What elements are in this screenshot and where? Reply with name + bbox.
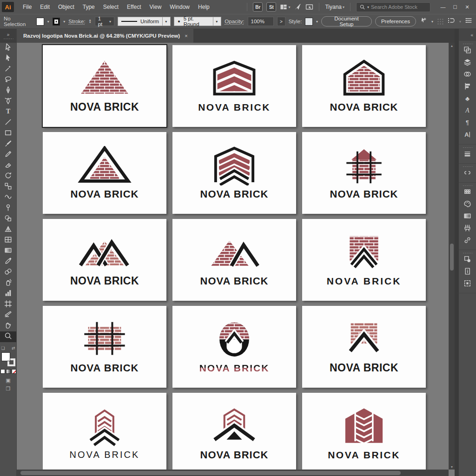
fill-color-swatch[interactable] [36,18,44,26]
artboard-5[interactable]: NOVA BRICK [172,132,296,214]
eyedropper-tool[interactable] [0,257,16,267]
panel-grip[interactable] [3,38,13,40]
canvas[interactable]: NOVA BRICKNOVA BRICKNOVA BRICKNOVA BRICK… [17,43,455,476]
draw-mode-button[interactable]: ▣ [6,377,10,386]
artboard-4[interactable]: NOVA BRICK [43,132,166,214]
artboards-panel-button[interactable] [459,81,476,93]
artboard-3[interactable]: NOVA BRICK [302,45,426,127]
artboard-10[interactable]: NOVA BRICK [43,306,166,388]
perspective-grid-tool[interactable] [0,225,16,235]
close-tab-icon[interactable]: × [185,33,187,39]
free-transform-tool[interactable] [0,203,16,214]
share-screen-button[interactable] [305,3,313,11]
opacity-expand-button[interactable]: > [277,17,285,26]
panel-list-icon[interactable] [465,17,472,26]
dock-options-icon[interactable] [447,17,455,26]
pathfinder-button[interactable] [459,45,476,57]
artboard-14[interactable]: NOVA BRICK [172,393,296,475]
color-panel-button[interactable] [459,198,476,211]
magic-wand-tool[interactable] [0,64,16,75]
stroke-panel-button[interactable] [459,148,476,160]
menu-file[interactable]: File [19,0,36,14]
horizontal-scroll-thumb[interactable] [20,471,401,475]
brushes-panel-button[interactable] [459,223,476,235]
vertical-scroll-thumb[interactable] [450,244,454,271]
default-colors-icon[interactable]: ❏ [1,346,5,350]
gradient-mode-button[interactable] [6,369,11,374]
swap-colors-icon[interactable]: ⇄ [12,346,15,350]
chevron-down-icon[interactable]: ▾ [459,20,461,24]
bridge-button[interactable]: Br [253,2,263,12]
character-panel-button[interactable]: A [459,129,476,141]
arrange-documents-icon[interactable] [437,18,443,25]
artboard-1[interactable]: NOVA BRICK [43,45,166,127]
type-tool[interactable]: T [0,107,16,118]
menu-help[interactable]: Help [194,0,214,14]
artboard-8[interactable]: NOVA BRICK [172,219,296,301]
brush-definition-dropdown[interactable]: ● 5 pt. Round ▾ [174,17,221,26]
blend-tool[interactable] [0,267,16,278]
close-button[interactable]: ✕ [461,2,473,12]
opacity-field[interactable]: 100% [248,17,274,26]
transform-panel-button[interactable] [459,278,476,290]
artboard-9[interactable]: NOVA BRICK [302,219,426,301]
glyphs-panel-button[interactable]: A [459,105,476,117]
menu-select[interactable]: Select [99,0,123,14]
artboard-6[interactable]: NOVA BRICK [302,132,426,214]
menu-effect[interactable]: Effect [123,0,145,14]
artboard-tool[interactable] [0,299,16,310]
dock-header[interactable]: « [459,29,476,41]
opacity-label[interactable]: Opacity: [225,19,244,24]
share-button[interactable] [294,3,302,11]
stroke-color-swatch[interactable] [53,18,60,26]
expand-panels-icon[interactable]: « [470,33,473,38]
color-mode-button[interactable] [0,369,5,374]
paintbrush-tool[interactable] [0,139,16,150]
chevron-down-icon[interactable]: ▾ [47,20,49,24]
menu-view[interactable]: View [145,0,166,14]
stock-button[interactable]: St [266,2,276,12]
rotate-tool[interactable] [0,171,16,182]
line-segment-tool[interactable] [0,118,16,128]
menu-edit[interactable]: Edit [36,0,54,14]
slice-tool[interactable] [0,310,16,321]
menu-type[interactable]: Type [79,0,99,14]
fill-indicator[interactable] [1,352,10,361]
stroke-weight-stepper[interactable]: ▲▼ [89,19,92,24]
artboard-11[interactable]: NOVA BRICK [172,306,296,388]
user-menu[interactable]: Tiyana ▾ [325,4,344,10]
transparency-button[interactable] [459,69,476,81]
hand-tool[interactable] [0,321,16,331]
document-info-button[interactable] [459,266,476,278]
shaper-tool[interactable] [0,150,16,160]
links-panel-button[interactable] [459,235,476,247]
direct-selection-tool[interactable] [0,53,16,64]
chevron-down-icon[interactable]: ▾ [316,20,318,24]
column-graph-tool[interactable] [0,289,16,299]
document-tab[interactable]: Razvoj logotipa Nova Brick.ai @ 64.28% (… [17,29,193,43]
collapse-tools-icon[interactable]: » [7,33,10,37]
stroke-label[interactable]: Stroke: [68,19,85,24]
rectangle-tool[interactable] [0,128,16,139]
artboard-2[interactable]: NOVA BRICK [172,45,296,127]
artboard-7[interactable]: NOVA BRICK [43,219,166,301]
vertical-scrollbar[interactable]: ▲ ▼ [449,43,455,469]
minimize-button[interactable]: — [437,2,449,12]
mesh-tool[interactable] [0,235,16,246]
curvature-pen-tool[interactable] [0,96,16,107]
lasso-tool[interactable] [0,75,16,86]
graphic-style-swatch[interactable] [305,18,313,26]
document-setup-button[interactable]: Document Setup [321,16,372,26]
workspace-switcher-button[interactable]: ▾ [280,3,290,11]
chevron-down-icon[interactable]: ▾ [63,20,65,24]
screen-mode-button[interactable]: ❐ [6,386,11,394]
symbols-panel-button[interactable]: ♣ [459,93,476,105]
zoom-tool[interactable] [0,331,16,342]
eraser-tool[interactable] [0,160,16,171]
gradient-panel-button[interactable] [459,211,476,223]
snap-options-icon[interactable] [419,17,427,26]
asset-export-button[interactable] [459,254,476,266]
selection-tool[interactable] [0,43,16,53]
none-mode-button[interactable] [12,369,16,374]
scroll-down-icon[interactable]: ▼ [450,464,454,469]
